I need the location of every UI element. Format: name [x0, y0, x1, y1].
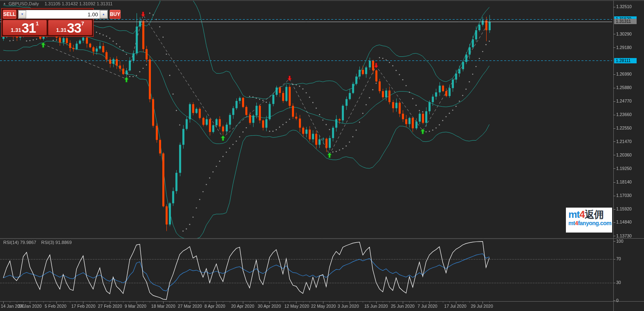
price-axis-label: 1.32510 [616, 4, 632, 9]
date-axis-label: 12 May 2020 [284, 304, 309, 309]
chart-symbol-icon: ▲ [3, 2, 6, 5]
price-axis-label: 1.30290 [616, 32, 632, 36]
volume-input[interactable] [26, 10, 100, 18]
rsi-axis-label: 0 [616, 298, 619, 303]
watermark-logo: mt4返佣 [568, 209, 610, 220]
bid-price-point: 1 [36, 20, 38, 27]
price-axis-label: 1.15920 [616, 207, 632, 211]
watermark: mt4返佣 mt4fanyong.com [566, 208, 612, 233]
price-chart-canvas[interactable] [0, 0, 644, 311]
bid-quote-button[interactable]: 1.31311 [3, 20, 47, 35]
sell-button[interactable]: SELL [3, 10, 16, 19]
price-axis-label: 1.17030 [616, 193, 632, 198]
volume-increase-button[interactable]: ▲ [100, 10, 108, 18]
price-axis-label: 1.18140 [616, 180, 632, 184]
price-axis-label: 1.23660 [616, 112, 632, 117]
rsi14-label: RSI(14) 79.9867 [3, 240, 36, 245]
date-axis-label: 5 Feb 2020 [45, 304, 66, 309]
price-tag-1.28111: 1.28111 [614, 58, 637, 63]
date-axis-label: 20 Apr 2020 [231, 304, 254, 309]
date-axis-label: 17 Jul 2020 [444, 304, 466, 309]
price-axis-label: 1.14840 [616, 220, 632, 224]
watermark-url: mt4fanyong.com [568, 220, 610, 226]
date-axis-label: 30 Apr 2020 [258, 304, 281, 309]
bid-price-prefix: 1.31 [11, 27, 21, 33]
rsi-axis-label: 70 [616, 257, 621, 261]
date-axis-label: 29 Jul 2020 [471, 304, 493, 309]
volume-stepper: ▼ ▲ [18, 10, 108, 19]
price-axis-label: 1.29180 [616, 45, 632, 50]
price-tag-1.31311: 1.31311 [614, 19, 637, 24]
date-axis-label: 22 May 2020 [311, 304, 336, 309]
price-axis-label: 1.24770 [616, 99, 632, 103]
price-axis-label: 1.25880 [616, 85, 632, 90]
buy-button[interactable]: BUY [110, 10, 121, 19]
rsi-axis-label: 100 [616, 239, 624, 244]
ask-quote-button[interactable]: 1.31337 [48, 20, 92, 35]
date-axis-label: 27 Feb 2020 [98, 304, 122, 309]
price-axis-label: 1.22550 [616, 126, 632, 130]
price-axis-label: 1.19250 [616, 166, 632, 171]
price-axis-label: 1.26990 [616, 72, 632, 76]
date-axis-label: 17 Feb 2020 [71, 304, 95, 309]
volume-decrease-button[interactable]: ▼ [18, 10, 26, 18]
price-axis-label: 1.21470 [616, 139, 632, 144]
chart-header: ▲ GBPUSD,Daily 1.31105 1.31432 1.31092 1… [3, 1, 112, 6]
bid-price-pips: 31 [22, 22, 36, 34]
date-axis-label: 27 Mar 2020 [178, 304, 202, 309]
ask-price-pips: 33 [67, 22, 81, 34]
date-axis-label: 18 Mar 2020 [151, 304, 175, 309]
date-axis-label: 15 Jun 2020 [364, 304, 388, 309]
ohlc-readout: 1.31105 1.31432 1.31092 1.31311 [45, 1, 113, 6]
symbol-period-label: GBPUSD,Daily [9, 1, 39, 6]
rsi3-label: RSI(3) 91.8869 [41, 240, 72, 245]
date-axis-label: 24 Jan 2020 [18, 304, 42, 309]
mt4-chart-window: ▲ GBPUSD,Daily 1.31105 1.31432 1.31092 1… [0, 0, 644, 311]
date-axis-label: 7 Jul 2020 [417, 304, 437, 309]
rsi-indicator-label: RSI(14) 79.9867RSI(3) 91.8869 [3, 240, 76, 245]
date-axis-label: 9 Mar 2020 [125, 304, 146, 309]
date-axis-label: 25 Jun 2020 [391, 304, 415, 309]
one-click-trading-panel: SELL ▼ ▲ BUY 1.31311 1.31337 [1, 8, 94, 37]
date-axis-label: 8 Apr 2020 [204, 304, 225, 309]
price-axis-label: 1.13730 [616, 234, 632, 238]
rsi-axis-label: 30 [616, 280, 621, 285]
price-axis-label: 1.20360 [616, 153, 632, 157]
ask-price-point: 7 [81, 20, 84, 27]
date-axis-label: 3 Jun 2020 [338, 304, 359, 309]
ask-price-prefix: 1.31 [56, 27, 66, 33]
